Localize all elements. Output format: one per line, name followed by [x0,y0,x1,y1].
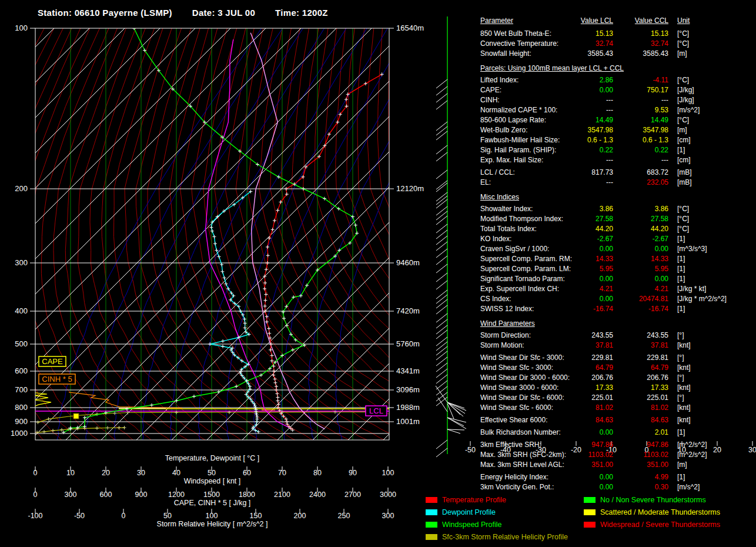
param-row: CINH:------[J/kg] [479,96,756,105]
param-value-ccl: 3585.43 [616,49,668,58]
param-value-ccl: 947.86 [616,441,668,449]
section-title-text: Parcels: Using 100mB mean layer LCL + CC… [480,64,617,72]
param-value-ccl: 64.79 [616,363,668,372]
param-value-lcl: --- [550,178,613,186]
param-row: 850 Wet Bulb Theta-E:15.1315.13[°C] [479,29,756,38]
param-value-lcl: 351.00 [550,461,613,469]
param-value-lcl: 2.86 [550,76,613,84]
cape-profile [34,393,51,406]
param-row: Convective Temperature:32.7432.74[°C] [479,39,756,48]
param-value-ccl: 84.63 [616,416,668,424]
wind-barb-stroke [436,183,447,192]
param-unit: [1] [677,305,754,313]
pressure-tick-label: 900 [15,417,28,426]
param-row: Energy Helicity Index:0.004.99[1] [479,473,756,482]
param-row: CAPE:0.00750.17[J/kg] [479,86,756,95]
param-row: Supercell Comp. Param. RM:14.3314.33[1] [479,255,756,264]
param-value-ccl: 20474.81 [616,295,668,303]
height-tick-label: 7420m [396,306,420,315]
param-value-lcl: 81.02 [550,403,613,412]
param-unit: [cm] [677,136,754,144]
wind-barb-fan-stroke [447,418,466,429]
param-row: Showalter Index:3.863.86[°C] [479,205,756,214]
axis-tick-label: 30 [137,469,145,477]
param-row: Wet-Bulb Zero:3547.983547.98[m] [479,126,756,135]
wind-barb-stroke [436,448,447,457]
param-row: Fawbush-Miller Hail Size:0.6 - 1.30.6 - … [479,136,756,145]
param-unit: [°] [677,353,754,362]
param-row: Wind Shear Dir 3000 - 6000:206.76206.76[… [479,373,756,382]
param-value-ccl: 351.00 [616,461,668,469]
wind-barb-column [436,16,466,457]
wind-barb-stroke [436,342,447,351]
wind-barb-stroke [436,86,447,95]
wind-barb-stroke [436,181,447,189]
height-tick-label: 16540m [396,24,424,32]
param-value-lcl: 0.00 [550,245,613,253]
parameter-table: ParameterValue LCLValue CCLUnit850 Wet B… [479,0,756,492]
param-row: Effective Shear 6000:84.6384.63[knt] [479,416,756,425]
section-title-text: Wind Parameters [480,319,617,328]
wind-barb-stroke [436,196,447,205]
table-section-title: Parcels: Using 100mB mean layer LCL + CC… [479,64,756,73]
windspeed-profile [62,26,359,434]
wind-barb-stroke [436,192,447,201]
wind-barb-stroke [436,264,447,273]
param-row: CS Index:0.0020474.81[J/kg * m^2/s^2] [479,295,756,303]
pressure-tick-label: 1000 [11,429,28,438]
param-value-lcl: 0.00 [550,473,613,481]
param-row: 850-600 Lapse Rate:14.4914.49[°C] [479,116,756,125]
param-value-ccl: 1103.02 [616,451,668,459]
param-value-lcl: --- [550,156,613,164]
param-value-lcl: 229.81 [550,353,613,362]
wind-barb-stroke [436,337,447,346]
param-value-lcl: 1103.02 [550,451,613,459]
pressure-tick-label: 500 [15,339,28,348]
axis-tick-label: 600 [100,491,112,499]
param-value-ccl: 9.53 [616,106,668,114]
table-header-row: ParameterValue LCLValue CCLUnit [479,16,756,25]
param-unit: [knt] [677,383,754,392]
srh-axis: -100-50050100150200250300Storm Relative … [28,509,394,528]
param-unit: [1] [677,275,754,283]
param-value-ccl: 44.20 [616,225,668,233]
param-unit: [°] [677,331,754,339]
param-row: Wind Shear Sfc - 3000:64.7964.79[knt] [479,363,756,372]
param-row: Max. 3km SRH (SFC-2km):1103.021103.02[m^… [479,451,756,459]
axis-tick-label: 70 [278,469,286,477]
param-row: KO Index:-2.67-2.67[1] [479,235,756,244]
param-unit: [knt] [677,416,754,424]
dewpoint-profile [208,190,260,434]
param-unit: [°C] [677,39,754,48]
param-value-lcl: 27.58 [550,215,613,223]
param-row: Storm Motion:37.8137.81[knt] [479,341,756,350]
srh-box-marker [73,413,79,419]
axis-tick-label: 60 [243,469,251,477]
param-unit: [knt] [677,403,754,412]
param-value-lcl: 14.33 [550,255,613,263]
height-tick-label: 4341m [396,366,420,375]
col-header-value-ccl: Value CCL [616,16,668,25]
pressure-tick-label: 200 [15,184,28,193]
param-row: Total Totals Index:44.2044.20[°C] [479,225,756,234]
axis-tick-label: 1200 [168,491,185,499]
param-value-ccl: 2.01 [616,428,668,436]
wind-barb-fan-stroke [447,402,466,411]
wind-barb-stroke [436,346,447,355]
param-value-lcl: 64.79 [550,363,613,372]
param-value-lcl: -16.74 [550,305,613,313]
param-value-ccl: 27.58 [616,215,668,223]
cape-label: CAPE [39,356,66,366]
pressure-tick-label: 700 [15,385,28,394]
param-value-ccl: 3547.98 [616,126,668,134]
col-header-unit: Unit [677,16,754,25]
param-value-lcl: 32.74 [550,39,613,48]
param-value-lcl: 0.6 - 1.3 [550,136,613,144]
param-row: EL:---232.05[mB] [479,178,756,187]
param-unit: [m^2/s^2] [677,451,754,459]
axis-tick-label: 0 [122,512,126,520]
axis-tick-label: 150 [250,512,262,520]
wind-barb-stroke [436,256,447,265]
param-value-lcl: 37.81 [550,341,613,349]
axis-tick-label: 1800 [239,491,255,499]
